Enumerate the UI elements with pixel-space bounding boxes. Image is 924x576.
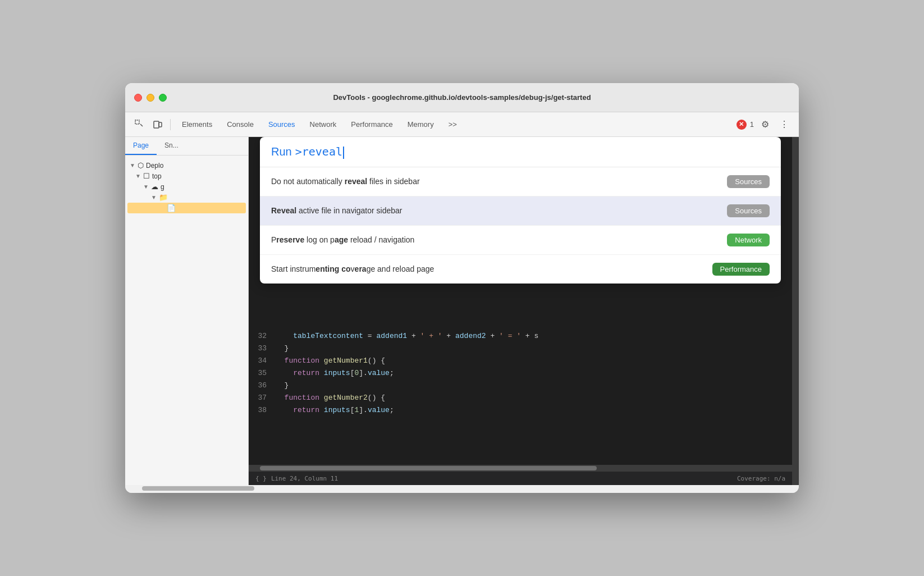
minimize-button[interactable] [147,94,154,102]
g-icon: ☁ [151,182,158,191]
horizontal-scrollbar[interactable] [249,465,792,472]
cmd-item-3-badge[interactable]: Network [727,234,770,246]
curly-braces-icon: { } [255,475,267,482]
line-num-32: 32 [253,330,276,342]
bottom-scrollbar[interactable] [125,486,799,493]
cmd-item-4-highlight: enting co [315,264,350,273]
code-content: 32 tableTextcontent = addend1 + ' + ' + … [249,328,792,465]
tree-item-deploy[interactable]: ▼ ⬡ Deplo [127,160,246,171]
status-bar: { } Line 24, Column 11 Coverage: n/a [249,472,792,485]
error-badge: ✕ [737,120,747,130]
cmd-item-3-highlight2: age [335,235,348,244]
tab-more[interactable]: >> [442,117,464,132]
code-text-34: function getNumber1() { [276,355,788,367]
tree-item-folder[interactable]: ▼ 📁 [127,192,246,203]
code-text-38: return inputs[1].value; [276,404,788,417]
tab-network[interactable]: Network [303,117,344,132]
code-text-32: tableTextcontent = addend1 + ' + ' + add… [276,330,788,342]
more-icon[interactable]: ⋮ [776,117,792,132]
line-num-37: 37 [253,392,276,404]
tree-arrow: ▼ [135,173,143,179]
title-bar: DevTools - googlechrome.github.io/devtoo… [125,83,799,112]
code-line-36: 36 } [249,380,792,392]
toolbar-divider [170,119,171,130]
cmd-item-1-highlight: reveal [345,177,367,186]
line-num-33: 33 [253,342,276,355]
window-title: DevTools - googlechrome.github.io/devtoo… [333,93,591,102]
sidebar-tab-snippets[interactable]: Sn... [157,137,186,155]
sidebar: Page Sn... ▼ ⬡ Deplo ▼ ☐ top ▼ ☁ g [125,137,249,485]
code-line-38: 38 return inputs[1].value; [249,404,792,417]
tab-sources[interactable]: Sources [262,117,302,132]
code-line-33: 33 } [249,342,792,355]
tree-label-g: g [161,183,164,191]
sidebar-tree: ▼ ⬡ Deplo ▼ ☐ top ▼ ☁ g ▼ 📁 [125,156,248,218]
tab-console[interactable]: Console [220,117,260,132]
line-num-38: 38 [253,404,276,417]
toolbar-right: ✕ 1 ⚙ ⋮ [737,117,792,132]
cmd-item-2-highlight: Reveal [271,206,296,215]
settings-icon[interactable]: ⚙ [757,117,773,132]
command-palette: Run >reveal Do not automatically reveal … [260,137,781,284]
svg-rect-1 [154,121,159,128]
svg-rect-0 [135,120,139,124]
code-area: Run >reveal Do not automatically reveal … [249,137,792,485]
cursor [343,147,344,159]
sidebar-tab-page[interactable]: Page [125,137,157,155]
sidebar-tabs: Page Sn... [125,137,248,156]
cmd-item-4[interactable]: Start instrumenting coverage and reload … [260,255,781,284]
tree-item-top[interactable]: ▼ ☐ top [127,171,246,181]
deploy-icon: ⬡ [138,161,144,170]
svg-rect-2 [159,122,162,127]
tree-label-deploy: Deplo [146,162,163,170]
cmd-input[interactable]: >reveal [295,145,344,159]
file-icon: 📄 [167,204,176,212]
code-line-32: 32 tableTextcontent = addend1 + ' + ' + … [249,330,792,342]
tab-performance[interactable]: Performance [344,117,399,132]
cmd-item-1[interactable]: Do not automatically reveal files in sid… [260,167,781,196]
traffic-lights [134,94,167,102]
cmd-item-3-highlight: reserve [276,235,304,244]
scrollbar-thumb-h[interactable] [260,466,597,470]
error-count: 1 [750,120,754,129]
code-text-36: } [276,380,788,392]
bottom-scrollbar-thumb[interactable] [142,486,254,491]
tab-memory[interactable]: Memory [401,117,441,132]
tab-elements[interactable]: Elements [175,117,219,132]
cmd-item-2-badge[interactable]: Sources [727,204,770,217]
cursor-position: Line 24, Column 11 [271,475,338,482]
tree-arrow: ▼ [130,162,138,168]
code-text-37: function getNumber2() { [276,392,788,404]
top-icon: ☐ [143,172,150,180]
selector-icon[interactable] [132,117,148,132]
cmd-item-2[interactable]: Reveal active file in navigator sidebar … [260,196,781,226]
cmd-item-1-badge[interactable]: Sources [727,175,770,188]
line-num-35: 35 [253,367,276,380]
cmd-input-value: >reveal [295,145,342,158]
tree-item-g[interactable]: ▼ ☁ g [127,181,246,192]
tree-label-top: top [152,172,162,180]
cmd-item-4-badge[interactable]: Performance [712,263,770,276]
cmd-item-3-text: Preserve log on page reload / navigation [271,235,727,244]
vertical-scrollbar[interactable] [792,137,799,485]
folder-icon: 📁 [159,193,168,202]
tree-item-file[interactable]: 📄 [127,203,246,213]
close-button[interactable] [134,94,142,102]
code-text-33: } [276,342,788,355]
cmd-item-2-text: Reveal active file in navigator sidebar [271,206,727,215]
cmd-item-3[interactable]: Preserve log on page reload / navigation… [260,226,781,255]
maximize-button[interactable] [159,94,167,102]
line-num-36: 36 [253,380,276,392]
toolbar: Elements Console Sources Network Perform… [125,112,799,137]
cmd-run-label: Run [271,145,292,158]
line-num-34: 34 [253,355,276,367]
cmd-item-4-highlight2: era [355,264,367,273]
tree-arrow: ▼ [151,194,159,200]
cmd-item-1-text: Do not automatically reveal files in sid… [271,177,727,186]
cmd-input-row: Run >reveal [260,137,781,167]
main-area: Page Sn... ▼ ⬡ Deplo ▼ ☐ top ▼ ☁ g [125,137,799,485]
cmd-item-4-text: Start instrumenting coverage and reload … [271,264,712,273]
tab-bar: Elements Console Sources Network Perform… [175,117,734,132]
device-icon[interactable] [150,117,166,132]
coverage-status: Coverage: n/a [737,475,785,482]
